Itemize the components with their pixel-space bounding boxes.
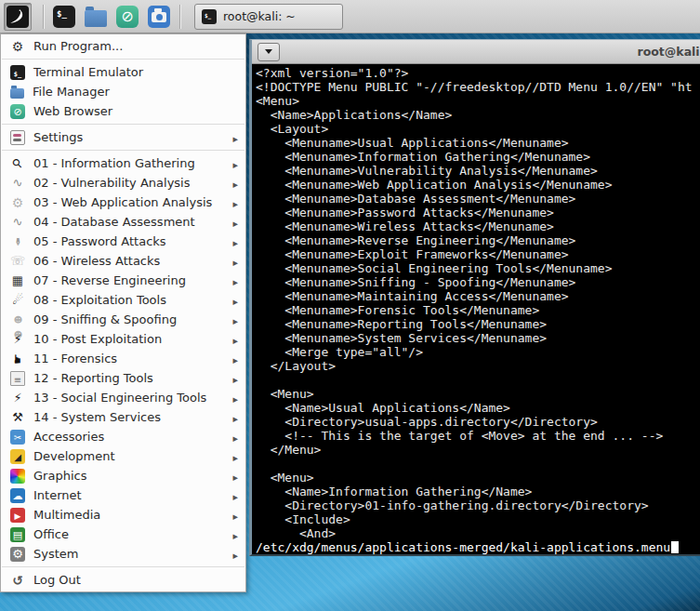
menu-item-graphics[interactable]: Graphics (1, 466, 245, 485)
submenu-arrow-icon (232, 369, 238, 387)
terminal-line: <Menuname>Exploit Frameworks</Menuname> (256, 247, 700, 261)
menu-item-03-web-application-analysis[interactable]: 03 - Web Application Analysis (1, 193, 245, 212)
menu-separator (2, 59, 244, 60)
menu-item-internet[interactable]: Internet (1, 485, 245, 505)
menu-item-09-sniffing-spoofing[interactable]: 09 - Sniffing & Spoofing (1, 310, 245, 329)
settings-icon (10, 130, 25, 145)
office-icon (10, 527, 25, 542)
menu-item-label: 13 - Social Engineering Tools (33, 391, 206, 405)
submenu-arrow-icon (232, 291, 238, 309)
terminal-line: <Menu> (256, 471, 700, 485)
terminal-line: </Menu> (256, 443, 700, 457)
terminal-line: <Menuname>Usual Applications</Menuname> (256, 136, 700, 150)
terminal-line: <Menuname>Information Gathering</Menunam… (256, 150, 700, 164)
magnifier-icon (10, 156, 25, 171)
gears-icon (10, 195, 25, 210)
taskbar-separator (179, 5, 180, 29)
menu-item-label: File Manager (33, 85, 110, 99)
terminal-line: <Name>Applications</Name> (256, 108, 700, 122)
menu-item-settings[interactable]: Settings (1, 127, 245, 147)
menu-item-08-exploitation-tools[interactable]: 08 - Exploitation Tools (1, 290, 245, 310)
terminal-window: root@kali: ~ <?xml version="1.0"?><!DOCT… (249, 39, 700, 556)
menu-item-terminal-emulator[interactable]: Terminal Emulator (1, 62, 245, 82)
submenu-arrow-icon (232, 408, 238, 426)
submenu-arrow-icon (232, 486, 238, 504)
menu-item-label: Internet (33, 488, 82, 502)
terminal-icon (10, 65, 25, 80)
menu-item-label: 08 - Exploitation Tools (33, 293, 166, 307)
menu-item-07-reverse-engineering[interactable]: 07 - Reverse Engineering (1, 271, 245, 290)
hand-icon (10, 352, 25, 366)
tools-icon (10, 410, 25, 425)
terminal-line: <Directory>usual-apps.directory</Directo… (256, 415, 700, 429)
submenu-arrow-icon (232, 525, 238, 543)
menu-item-label: Settings (33, 130, 83, 144)
terminal-output[interactable]: <?xml version="1.0"?><!DOCTYPE Menu PUBL… (252, 64, 700, 554)
applications-menu-button[interactable] (4, 3, 32, 31)
phone-icon (10, 254, 25, 269)
window-list-button-terminal[interactable]: $_ root@kali: ~ (194, 4, 343, 30)
menu-item-label: 09 - Sniffing & Spoofing (33, 312, 177, 326)
terminal-status-line: /etc/xdg/menus/applications-merged/kali-… (256, 540, 700, 554)
submenu-arrow-icon (232, 330, 238, 348)
terminal-icon: $_ (53, 6, 75, 28)
terminal-line: <Merge type="all"/> (256, 345, 700, 359)
menu-item-label: Web Browser (33, 104, 112, 118)
multimedia-icon (10, 508, 25, 523)
menu-item-development[interactable]: Development (1, 446, 245, 466)
chip-icon (10, 273, 25, 288)
menu-item-accessories[interactable]: Accessories (1, 427, 245, 446)
file-manager-launcher-button[interactable] (84, 5, 108, 29)
terminal-line: <?xml version="1.0"?> (256, 66, 700, 80)
terminal-line: <Menu> (256, 94, 700, 108)
menu-item-label: Log Out (33, 573, 81, 587)
camera-icon (148, 6, 170, 28)
terminal-line: <Menuname>Sniffing - Spoofing</Menuname> (256, 275, 700, 289)
key-icon (10, 234, 25, 249)
terminal-line (256, 457, 700, 471)
menu-item-multimedia[interactable]: Multimedia (1, 505, 245, 525)
menu-item-12-reporting-tools[interactable]: 12 - Reporting Tools (1, 368, 245, 388)
terminal-line: <Menuname>System Services</Menuname> (256, 331, 700, 345)
menu-item-01-information-gathering[interactable]: 01 - Information Gathering (1, 153, 245, 173)
runner-icon (10, 332, 25, 347)
menu-separator (2, 124, 244, 125)
folder-icon (10, 88, 24, 99)
menu-item-05-password-attacks[interactable]: 05 - Password Attacks (1, 232, 245, 251)
menu-item-file-manager[interactable]: File Manager (1, 82, 245, 101)
menu-item-web-browser[interactable]: Web Browser (1, 101, 245, 121)
submenu-arrow-icon (232, 447, 238, 465)
terminal-line: <Menuname>Password Attacks</Menuname> (256, 206, 700, 219)
menu-item-run-program[interactable]: Run Program... (1, 36, 245, 56)
terminal-line: <Menuname>Wireless Attacks</Menuname> (256, 219, 700, 233)
menu-item-02-vulnerability-analysis[interactable]: 02 - Vulnerability Analysis (1, 173, 245, 193)
kali-dragon-icon (7, 6, 29, 28)
terminal-icon: $_ (202, 9, 217, 24)
people-icon (10, 312, 25, 327)
menu-item-06-wireless-attacks[interactable]: 06 - Wireless Attacks (1, 251, 245, 271)
screenshot-launcher-button[interactable] (147, 5, 171, 29)
submenu-arrow-icon (232, 467, 238, 485)
terminal-titlebar[interactable]: root@kali: ~ (252, 40, 700, 64)
menu-item-04-database-assessment[interactable]: 04 - Database Assessment (1, 212, 245, 232)
submenu-arrow-icon (232, 428, 238, 445)
submenu-arrow-icon (232, 311, 238, 328)
menu-item-13-social-engineering-tools[interactable]: 13 - Social Engineering Tools (1, 388, 245, 407)
menu-item-14-system-services[interactable]: 14 - System Services (1, 407, 245, 427)
menu-item-10-post-exploitation[interactable]: 10 - Post Exploitation (1, 329, 245, 349)
menu-item-system[interactable]: System (1, 544, 245, 564)
menu-item-log-out[interactable]: Log Out (1, 570, 245, 590)
menu-item-label: 05 - Password Attacks (33, 234, 166, 248)
web-browser-launcher-button[interactable]: ⊘ (115, 5, 139, 29)
menu-item-11-forensics[interactable]: 11 - Forensics (1, 349, 245, 368)
folder-icon (85, 10, 107, 27)
submenu-arrow-icon (232, 193, 238, 211)
terminal-line: <Menuname>Forensic Tools</Menuname> (256, 303, 700, 317)
terminal-line: <!DOCTYPE Menu PUBLIC "-//freedesktop//D… (256, 80, 700, 94)
dart-icon (10, 293, 25, 308)
terminal-launcher-button[interactable]: $_ (52, 5, 76, 29)
menu-item-office[interactable]: Office (1, 525, 245, 544)
terminal-line: <Menuname>Web Application Analysis</Menu… (256, 178, 700, 192)
menu-item-label: 14 - System Services (33, 410, 161, 424)
submenu-arrow-icon (232, 128, 238, 146)
